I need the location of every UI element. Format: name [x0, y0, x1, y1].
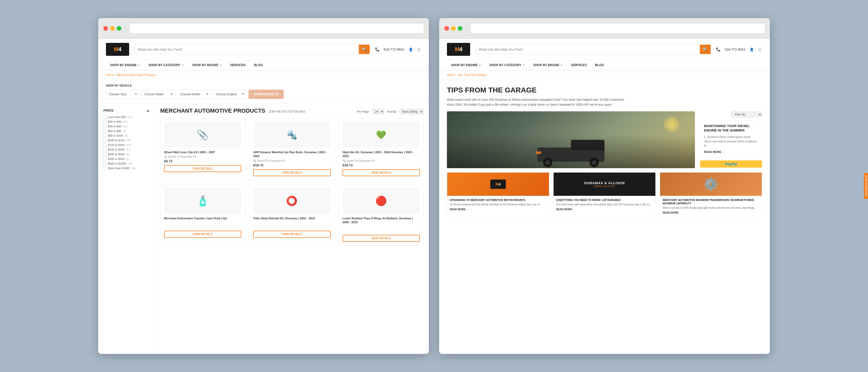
left-nav-services[interactable]: SERVICES — [226, 60, 250, 70]
left-nav-shop-engine[interactable]: SHOP BY ENGINE ▼ — [106, 60, 145, 70]
view-details-button[interactable]: VIEW DETAILS — [164, 165, 241, 172]
left-listing-controls: Per Page: 24 Sort By: Best Selling — [357, 109, 424, 115]
right-nav-shop-brand[interactable]: SHOP BY BRAND ▼ — [529, 60, 567, 70]
fit-label: Search To Guarantee Fit — [346, 159, 375, 162]
blog-image-orange: M4 — [447, 173, 549, 196]
right-nav-engine-arrow: ▼ — [479, 64, 481, 67]
right-breadcrumb-current[interactable]: Tips From The Garage — [458, 73, 487, 76]
filter-checkbox[interactable] — [103, 120, 106, 123]
left-price-filter-item[interactable]: Less than $20 (111) — [103, 116, 150, 119]
left-price-filter-item[interactable]: $100 to $150 (20) — [103, 139, 150, 142]
blog-read-more[interactable]: READ MORE › — [663, 211, 759, 214]
blog-image-gear: ⚙️ — [660, 173, 762, 196]
left-logo[interactable]: M4 — [106, 43, 129, 56]
fit-label: Search To Guarantee Fit — [257, 159, 285, 162]
product-name: Merchant Automotive Transfer Case Fluid … — [164, 216, 241, 220]
left-per-page-select[interactable]: 24 — [372, 109, 384, 115]
left-price-filter-item[interactable]: $300 to $400 (8) — [103, 153, 150, 156]
right-minimize-button[interactable] — [451, 26, 456, 31]
right-search-button[interactable]: 🔍 — [700, 45, 711, 54]
right-blog-card: M4 UPGRADING TO MERCHANT AUTOMOTIVE MOTO… — [447, 172, 549, 217]
filter-label: $150 to $200 — [108, 144, 125, 147]
product-name: Wheel Well Liner Clip Kit | 2001 - 2007 — [164, 150, 241, 154]
filter-count: (8) — [126, 153, 129, 156]
left-price-filter-item[interactable]: $60 to $80 (9) — [103, 129, 150, 132]
left-per-page-label: Per Page: — [357, 110, 370, 113]
left-model-select[interactable]: Choose Model — [177, 90, 211, 99]
left-price-filter-item[interactable]: $200 to $300 (17) — [103, 148, 150, 151]
left-nav-shop-brand[interactable]: SHOP BY BRAND ▼ — [188, 60, 226, 70]
left-price-filter-item[interactable]: $80 to $100 (9) — [103, 134, 150, 137]
filter-checkbox[interactable] — [103, 167, 106, 170]
view-details-button[interactable]: VIEW DETAILS — [253, 169, 331, 176]
right-featured-read-more[interactable]: READ MORE › — [704, 150, 758, 154]
filter-checkbox[interactable] — [103, 153, 106, 156]
blog-read-more-arrow: › — [573, 208, 574, 211]
left-show-results-button[interactable]: SHOW RESULTS — [249, 90, 284, 99]
right-maximize-button[interactable] — [458, 26, 462, 31]
left-price-filter-item[interactable]: $400 to $500 (9) — [103, 157, 150, 160]
left-nav-blog[interactable]: BLOG — [250, 60, 267, 70]
right-search-input[interactable] — [475, 45, 700, 54]
filter-checkbox[interactable] — [103, 129, 106, 132]
left-account-icon[interactable]: 👤 — [409, 48, 413, 52]
left-address-bar[interactable] — [130, 24, 424, 33]
left-year-select[interactable]: Choose Year — [106, 90, 140, 99]
left-minimize-button[interactable] — [110, 26, 115, 31]
right-breadcrumb-separator: > — [455, 73, 458, 76]
blog-read-more[interactable]: READ MORE › — [556, 208, 653, 211]
left-nav-shop-category[interactable]: SHOP BY CATEGORY ▼ — [145, 60, 188, 70]
left-price-filter-item[interactable]: $150 to $200 (19) — [103, 144, 150, 147]
filter-checkbox[interactable] — [103, 116, 106, 119]
left-sort-select[interactable]: Best Selling — [400, 109, 424, 115]
left-price-filter-item[interactable]: $40 to $60 (11) — [103, 125, 150, 128]
right-nav-shop-engine[interactable]: SHOP BY ENGINE ▼ — [447, 60, 486, 70]
left-breadcrumb-home[interactable]: Home — [106, 73, 114, 76]
filter-checkbox[interactable] — [103, 125, 106, 128]
left-listing-title: MERCHANT AUTOMOTIVE PRODUCTS — [160, 107, 265, 114]
left-browser-chrome — [98, 18, 429, 39]
filter-checkbox[interactable] — [103, 139, 106, 142]
right-read-more-arrow: › — [722, 150, 723, 154]
right-account-icon[interactable]: 👤 — [750, 48, 754, 52]
filter-count: (19) — [126, 144, 131, 147]
left-price-collapse-icon[interactable]: ▲ — [146, 108, 150, 113]
right-nav-services[interactable]: SERVICES — [567, 60, 591, 70]
filter-checkbox[interactable] — [103, 134, 106, 137]
right-logo[interactable]: M4 — [447, 43, 470, 56]
filter-checkbox[interactable] — [103, 162, 106, 165]
left-cart-icon[interactable]: 🛒 — [417, 48, 421, 52]
right-site-header: M4 🔍 📞 616-772-9551 👤 🛒 — [439, 39, 770, 70]
view-details-button[interactable]: VIEW DETAILS — [343, 169, 420, 176]
filter-label: More than $1000 — [108, 167, 129, 170]
filter-checkbox[interactable] — [103, 148, 106, 151]
right-nav-shop-category[interactable]: SHOP BY CATEGORY ▼ — [486, 60, 529, 70]
filter-checkbox[interactable] — [103, 157, 106, 160]
right-address-bar[interactable] — [471, 24, 765, 33]
right-phone-icon: 📞 — [716, 47, 720, 52]
right-nav-blog[interactable]: BLOG — [591, 60, 608, 70]
left-search-input[interactable] — [134, 45, 359, 54]
left-price-filter-item[interactable]: More than $1000 (14) — [103, 167, 150, 170]
left-close-button[interactable] — [103, 26, 108, 31]
view-details-button[interactable]: VIEW DETAILS — [253, 231, 331, 238]
right-side-panel: Filter By MAINTAINING YOUR DIESEL ENGINE… — [700, 111, 762, 168]
right-filter-select[interactable]: Filter By — [731, 111, 762, 118]
right-nav-category-arrow: ▼ — [522, 64, 525, 67]
left-product-grid: 📎 Wheel Well Liner Clip Kit | 2001 - 200… — [160, 118, 424, 246]
filter-checkbox[interactable] — [103, 144, 106, 147]
left-breadcrumb-current[interactable]: Merchant Automotive Products — [117, 73, 156, 76]
left-make-select[interactable]: Choose Make — [142, 90, 175, 99]
left-price-filter-item[interactable]: $500 to $1000 (15) — [103, 162, 150, 165]
left-price-filter-item[interactable]: $20 to $40 (46) — [103, 120, 150, 123]
view-details-button[interactable]: VIEW DETAILS — [343, 235, 420, 242]
left-maximize-button[interactable] — [117, 26, 121, 31]
left-breadcrumb: Home > Merchant Automotive Products — [98, 70, 429, 80]
left-search-button[interactable]: 🔍 — [359, 45, 370, 54]
left-engine-select[interactable]: Choose Engine — [213, 90, 246, 99]
right-breadcrumb-home[interactable]: Home — [447, 73, 455, 76]
right-cart-icon[interactable]: 🛒 — [758, 48, 762, 52]
right-close-button[interactable] — [444, 26, 449, 31]
blog-read-more[interactable]: READ MORE › — [450, 208, 547, 211]
view-details-button[interactable]: VIEW DETAILS — [164, 231, 241, 238]
